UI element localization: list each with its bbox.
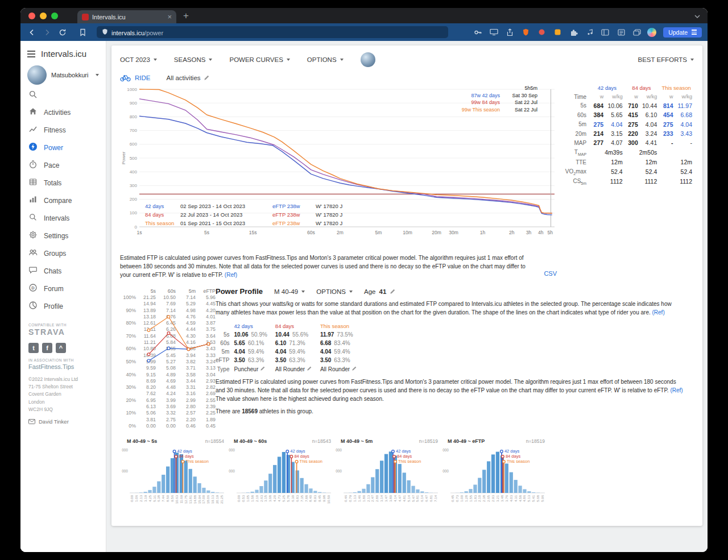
histogram-panel[interactable]: M 40-49 ~ 60sn=18543 0000000.000.531.051… [227, 438, 333, 512]
ref-link[interactable]: (Ref) [225, 272, 237, 278]
url-bar[interactable]: intervals.icu/power [97, 26, 448, 38]
svg-text:800: 800 [130, 114, 138, 119]
svg-text:10.63: 10.63 [175, 495, 179, 504]
brave-shield-icon[interactable] [520, 27, 531, 38]
bar-chart-icon [28, 195, 38, 206]
svg-text:6.14: 6.14 [420, 495, 424, 502]
share-icon[interactable] [504, 27, 515, 38]
zoom-window-button[interactable] [51, 13, 58, 19]
user-menu[interactable]: Matsubokkuri [20, 63, 106, 86]
histogram-panel[interactable]: M 40-49 ~ 5mn=18519 0000000.460.791.131.… [334, 438, 440, 512]
ref-link[interactable]: (Ref) [652, 309, 665, 316]
athlete-avatar[interactable] [361, 52, 375, 67]
minimize-window-button[interactable] [40, 13, 47, 19]
csv-link[interactable]: CSV [544, 270, 557, 277]
screen-share-icon[interactable] [488, 27, 499, 38]
contact-row[interactable]: David Tinker [28, 418, 98, 425]
bookmark-icon[interactable] [77, 27, 88, 38]
tab-overview-icon[interactable] [631, 27, 643, 38]
home-icon [28, 107, 38, 118]
hamburger-menu-icon[interactable] [27, 51, 35, 57]
extensions-puzzle-icon[interactable] [568, 27, 579, 38]
browser-tab[interactable]: Intervals.icu × [77, 10, 176, 23]
table-row: 0%0.000.000.460.45 [120, 423, 218, 429]
power-curve-chart[interactable]: 010020030040050060070080090010001s5s15s6… [120, 84, 559, 279]
svg-text:0.73: 0.73 [456, 495, 459, 502]
svg-text:10.50: 10.50 [327, 495, 330, 504]
key-icon[interactable] [472, 27, 483, 38]
update-button[interactable]: Update [663, 27, 702, 38]
seasons-dropdown[interactable]: SEASONS [174, 56, 213, 63]
date-dropdown[interactable]: OCT 2023 [120, 56, 157, 63]
tab-ride[interactable]: RIDE [120, 74, 150, 81]
profile-avatar-icon[interactable] [647, 28, 656, 37]
sidebar-item-activities[interactable]: Activities [20, 103, 106, 121]
age-field[interactable]: Age41 [364, 288, 396, 295]
tab-close-icon[interactable]: × [167, 13, 172, 20]
svg-text:000: 000 [229, 469, 235, 473]
table-row: 70%11.646.084.303.64 [120, 333, 218, 339]
media-note-icon[interactable] [584, 27, 595, 38]
reload-button[interactable] [57, 27, 68, 38]
svg-text:9.45: 9.45 [318, 495, 321, 502]
forward-button[interactable] [42, 27, 53, 38]
new-tab-button[interactable]: + [183, 11, 189, 20]
power-curves-dropdown[interactable]: POWER CURVES [229, 56, 289, 63]
sidebar: Intervals.icu Matsubokkuri Activities Fi… [20, 41, 106, 552]
strava-icon[interactable]: ^ [56, 343, 66, 353]
sidebar-item-fitness[interactable]: Fitness [20, 121, 106, 139]
sidebar-item-label: Power [44, 144, 63, 152]
power-profile-chart[interactable]: 5s60s5meFTP100%21.2510.507.145.9614.947.… [120, 287, 206, 429]
histogram-count: n=18543 [312, 438, 331, 444]
fastfitness-link[interactable]: FastFitness.Tips [28, 363, 98, 370]
twitter-icon[interactable]: t [28, 343, 39, 353]
extension-rewards-icon[interactable] [536, 27, 547, 38]
sidebar-item-groups[interactable]: Groups [20, 244, 106, 262]
table-row: 11.215.844.163.53 [120, 339, 218, 346]
histogram-panel[interactable]: M 40-49 ~ 5sn=18554 0000000.001.062.133.… [120, 438, 226, 512]
svg-text:4.25: 4.25 [148, 495, 152, 502]
options-dropdown[interactable]: OPTIONS [307, 56, 344, 63]
sidebar-item-pace[interactable]: Pace [20, 156, 106, 174]
facebook-icon[interactable]: f [42, 343, 52, 353]
back-button[interactable] [26, 27, 38, 38]
group-dropdown[interactable]: M 40-49 [274, 288, 305, 295]
sidebar-item-forum[interactable]: DForum [20, 280, 106, 297]
association-label: IN ASSOCIATION WITH [28, 358, 98, 362]
histogram-panel[interactable]: M 40-49 ~ eFTPn=18519 0000000.450.731.00… [441, 438, 547, 512]
close-window-button[interactable] [28, 13, 35, 19]
sidebar-item-compare[interactable]: Compare [20, 192, 106, 209]
extension-icon-2[interactable] [552, 27, 563, 38]
reader-mode-icon[interactable] [615, 27, 627, 38]
sidebar-item-settings[interactable]: Settings [20, 227, 106, 244]
activity-filter-label: All activities [166, 74, 200, 81]
table-row: 100%21.2510.507.145.96 [120, 294, 218, 301]
svg-text:4.58: 4.58 [519, 495, 522, 502]
tabs-chevron-icon[interactable] [694, 11, 701, 21]
sidebar-item-chats[interactable]: Chats [20, 262, 106, 280]
site-shield-icon[interactable] [102, 27, 108, 38]
table-row: 12.116.264.443.75 [120, 326, 218, 333]
svg-text:4h: 4h [538, 230, 544, 235]
ref-link[interactable]: (Ref) [670, 387, 682, 393]
svg-text:10m: 10m [403, 230, 412, 235]
svg-text:7.35: 7.35 [300, 495, 304, 502]
svg-text:5.31: 5.31 [153, 495, 156, 502]
profile-eftp-note: Estimated FTP is calculated using power … [216, 378, 685, 403]
activity-filter[interactable]: All activities [166, 74, 209, 81]
sidebar-item-power[interactable]: Power [20, 139, 106, 156]
sidebar-item-totals[interactable]: Totals [20, 174, 106, 192]
best-efforts-dropdown[interactable]: BEST EFFORTS [638, 56, 694, 63]
sidebar-search-button[interactable] [20, 86, 106, 103]
sidebar-item-profile[interactable]: Profile [20, 297, 106, 315]
histogram-title: M 40-49 ~ 60s [234, 438, 267, 444]
sidebar-item-intervals[interactable]: Intervals [20, 209, 106, 227]
profile-options-dropdown[interactable]: OPTIONS [316, 288, 353, 295]
traffic-lights [20, 13, 64, 19]
url-path: /power [144, 30, 163, 36]
chat-bubble-icon [28, 266, 38, 276]
svg-text:11.69: 11.69 [180, 495, 183, 504]
svg-text:600: 600 [130, 142, 138, 147]
sidebar-toggle-icon[interactable] [599, 27, 611, 38]
eftp-footnote: Estimated FTP is calculated using power … [120, 254, 538, 279]
